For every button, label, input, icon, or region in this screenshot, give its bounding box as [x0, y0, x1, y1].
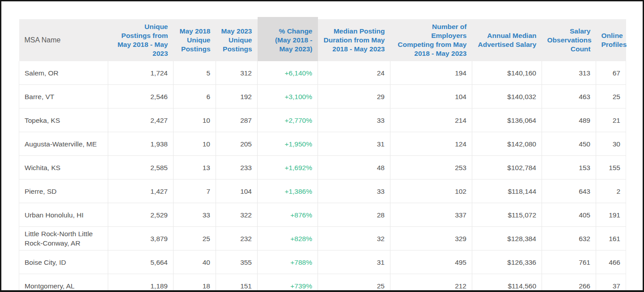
cell-msa_name: Urban Honolulu, HI [19, 203, 108, 227]
cell-online_profiles: 155 [596, 156, 626, 179]
cell-msa_name: Barre, VT [19, 85, 108, 108]
cell-online_profiles: 25 [596, 85, 626, 108]
cell-num_employers: 212 [390, 274, 472, 292]
cell-median_duration: 25 [318, 274, 390, 292]
cell-msa_name: Little Rock-North Little Rock-Conway, AR [19, 227, 108, 250]
cell-msa_name: Wichita, KS [19, 156, 108, 179]
cell-pct_change: +2,770% [258, 108, 318, 132]
cell-msa_name: Montgomery, AL [19, 274, 108, 292]
cell-unique_postings: 2,585 [108, 156, 174, 179]
cell-pct_change: +876% [258, 203, 318, 227]
cell-online_profiles: 37 [596, 274, 626, 292]
cell-median_duration: 33 [318, 179, 390, 203]
column-header-online_profiles[interactable]: Online Profiles [596, 19, 626, 61]
cell-num_employers: 194 [390, 61, 472, 85]
cell-salary_obs: 643 [542, 179, 596, 203]
column-header-may2018_unique[interactable]: May 2018 Unique Postings [174, 19, 216, 61]
cell-unique_postings: 1,189 [108, 274, 174, 292]
cell-may2023_unique: 192 [216, 85, 258, 108]
cell-salary_obs: 489 [542, 108, 596, 132]
cell-unique_postings: 1,938 [108, 132, 174, 156]
cell-may2023_unique: 104 [216, 179, 258, 203]
cell-median_duration: 31 [318, 132, 390, 156]
cell-num_employers: 253 [390, 156, 472, 179]
cell-pct_change: +1,692% [258, 156, 318, 179]
cell-median_salary: $126,336 [472, 250, 542, 274]
cell-may2018_unique: 13 [174, 156, 216, 179]
cell-median_salary: $102,784 [472, 156, 542, 179]
cell-num_employers: 329 [390, 227, 472, 250]
cell-salary_obs: 463 [542, 85, 596, 108]
cell-median_salary: $115,072 [472, 203, 542, 227]
cell-median_salary: $114,560 [472, 274, 542, 292]
cell-may2018_unique: 7 [174, 179, 216, 203]
column-header-num_employers[interactable]: Number of Employers Competing from May 2… [390, 19, 472, 61]
cell-salary_obs: 405 [542, 203, 596, 227]
column-header-pct_change[interactable]: % Change (May 2018 - May 2023) [258, 19, 318, 61]
cell-may2018_unique: 25 [174, 227, 216, 250]
cell-may2018_unique: 33 [174, 203, 216, 227]
cell-pct_change: +788% [258, 250, 318, 274]
cell-may2018_unique: 18 [174, 274, 216, 292]
cell-median_salary: $142,080 [472, 132, 542, 156]
cell-online_profiles: 161 [596, 227, 626, 250]
column-header-salary_obs[interactable]: Salary Observations Count [542, 19, 596, 61]
table-row: Boise City, ID5,66440355+788%31495$126,3… [19, 250, 626, 274]
cell-msa_name: Salem, OR [19, 61, 108, 85]
cell-salary_obs: 632 [542, 227, 596, 250]
cell-unique_postings: 1,724 [108, 61, 174, 85]
cell-pct_change: +739% [258, 274, 318, 292]
cell-may2018_unique: 40 [174, 250, 216, 274]
cell-msa_name: Topeka, KS [19, 108, 108, 132]
cell-num_employers: 214 [390, 108, 472, 132]
cell-median_duration: 29 [318, 85, 390, 108]
msa-data-table: MSA NameUnique Postings from May 2018 - … [19, 19, 626, 292]
cell-pct_change: +828% [258, 227, 318, 250]
table-row: Augusta-Waterville, ME1,93810205+1,950%3… [19, 132, 626, 156]
cell-median_duration: 28 [318, 203, 390, 227]
cell-online_profiles: 67 [596, 61, 626, 85]
cell-num_employers: 104 [390, 85, 472, 108]
cell-msa_name: Augusta-Waterville, ME [19, 132, 108, 156]
table-row: Topeka, KS2,42710287+2,770%33214$136,064… [19, 108, 626, 132]
cell-online_profiles: 21 [596, 108, 626, 132]
cell-num_employers: 337 [390, 203, 472, 227]
msa-table-container: MSA NameUnique Postings from May 2018 - … [19, 19, 626, 292]
table-row: Barre, VT2,5466192+3,100%29104$140,03246… [19, 85, 626, 108]
column-header-median_salary[interactable]: Annual Median Advertised Salary [472, 19, 542, 61]
table-row: Little Rock-North Little Rock-Conway, AR… [19, 227, 626, 250]
cell-unique_postings: 5,664 [108, 250, 174, 274]
cell-may2023_unique: 151 [216, 274, 258, 292]
cell-may2018_unique: 5 [174, 61, 216, 85]
column-header-median_duration[interactable]: Median Posting Duration from May 2018 - … [318, 19, 390, 61]
cell-may2023_unique: 287 [216, 108, 258, 132]
cell-pct_change: +3,100% [258, 85, 318, 108]
column-header-msa_name[interactable]: MSA Name [19, 19, 108, 61]
cell-msa_name: Pierre, SD [19, 179, 108, 203]
table-row: Urban Honolulu, HI2,52933322+876%28337$1… [19, 203, 626, 227]
cell-unique_postings: 1,427 [108, 179, 174, 203]
column-header-unique_postings[interactable]: Unique Postings from May 2018 - May 2023 [108, 19, 174, 61]
cell-pct_change: +1,950% [258, 132, 318, 156]
cell-may2018_unique: 6 [174, 85, 216, 108]
cell-salary_obs: 761 [542, 250, 596, 274]
table-body: Salem, OR1,7245312+6,140%24194$140,16031… [19, 61, 626, 292]
table-row: Pierre, SD1,4277104+1,386%33102$118,1446… [19, 179, 626, 203]
cell-may2023_unique: 355 [216, 250, 258, 274]
cell-num_employers: 102 [390, 179, 472, 203]
cell-salary_obs: 153 [542, 156, 596, 179]
cell-median_duration: 32 [318, 227, 390, 250]
cell-pct_change: +1,386% [258, 179, 318, 203]
cell-may2018_unique: 10 [174, 108, 216, 132]
table-row: Wichita, KS2,58513233+1,692%48253$102,78… [19, 156, 626, 179]
cell-median_salary: $140,032 [472, 85, 542, 108]
cell-salary_obs: 450 [542, 132, 596, 156]
column-header-may2023_unique[interactable]: May 2023 Unique Postings [216, 19, 258, 61]
cell-median_salary: $118,144 [472, 179, 542, 203]
cell-may2023_unique: 232 [216, 227, 258, 250]
cell-may2018_unique: 10 [174, 132, 216, 156]
cell-median_duration: 24 [318, 61, 390, 85]
cell-pct_change: +6,140% [258, 61, 318, 85]
cell-online_profiles: 2 [596, 179, 626, 203]
cell-unique_postings: 2,427 [108, 108, 174, 132]
